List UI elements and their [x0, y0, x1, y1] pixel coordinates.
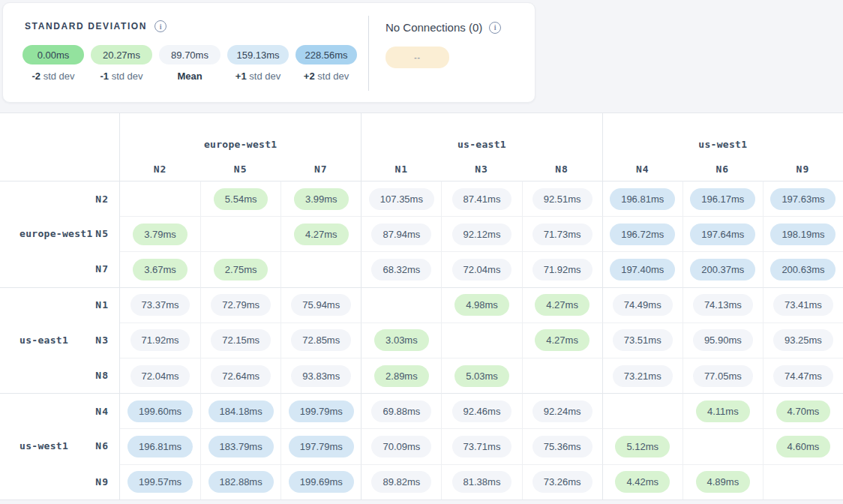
latency-pill[interactable]: 93.25ms — [773, 329, 833, 351]
latency-pill[interactable]: 95.90ms — [693, 329, 753, 351]
latency-pill[interactable]: 5.12ms — [615, 436, 670, 458]
latency-pill[interactable]: 92.12ms — [452, 224, 512, 245]
latency-cell: 197.79ms — [280, 428, 361, 464]
column-node-header-N5: N5 — [200, 157, 280, 181]
latency-pill[interactable]: 4.42ms — [615, 471, 670, 493]
latency-pill[interactable]: 77.05ms — [693, 365, 753, 387]
latency-pill[interactable]: 183.79ms — [208, 436, 274, 458]
latency-pill[interactable]: 92.24ms — [532, 400, 592, 422]
latency-pill[interactable]: 4.27ms — [294, 224, 349, 245]
latency-cell: 3.03ms — [361, 322, 441, 358]
column-node-header-N9: N9 — [763, 157, 843, 181]
latency-pill[interactable]: 2.75ms — [214, 259, 268, 280]
latency-pill[interactable]: 184.18ms — [208, 400, 274, 422]
latency-pill[interactable]: 73.71ms — [452, 436, 512, 458]
latency-pill[interactable]: 3.03ms — [374, 329, 429, 351]
latency-cell: 200.63ms — [763, 251, 843, 286]
latency-pill[interactable]: 199.60ms — [128, 400, 193, 422]
latency-pill[interactable]: 71.73ms — [532, 224, 592, 245]
latency-pill[interactable]: 72.64ms — [211, 365, 271, 387]
latency-pill[interactable]: 3.67ms — [133, 259, 188, 280]
latency-pill[interactable]: 75.36ms — [532, 436, 592, 458]
latency-pill[interactable]: 5.54ms — [214, 188, 268, 210]
latency-pill[interactable]: 87.94ms — [371, 224, 431, 245]
latency-cell: 73.71ms — [441, 428, 521, 464]
latency-pill[interactable]: 74.47ms — [773, 365, 833, 387]
latency-cell: 199.69ms — [280, 464, 361, 500]
latency-pill[interactable]: 196.81ms — [610, 188, 675, 210]
latency-pill[interactable]: 75.94ms — [291, 294, 351, 316]
latency-pill[interactable]: 199.79ms — [289, 400, 354, 422]
latency-pill[interactable]: 197.79ms — [289, 436, 354, 458]
info-icon[interactable]: i — [154, 20, 166, 32]
latency-pill[interactable]: 196.81ms — [128, 436, 193, 458]
latency-pill[interactable]: 200.37ms — [690, 259, 755, 280]
latency-cell: 92.12ms — [441, 216, 521, 251]
latency-pill[interactable]: 4.89ms — [696, 471, 751, 493]
column-node-header-N3: N3 — [441, 157, 521, 181]
latency-pill[interactable]: 182.88ms — [208, 471, 274, 493]
latency-pill[interactable]: 72.04ms — [130, 365, 190, 387]
latency-pill[interactable]: 92.51ms — [532, 188, 592, 210]
latency-pill[interactable]: 197.64ms — [690, 224, 755, 245]
latency-pill[interactable]: 89.82ms — [371, 471, 431, 493]
latency-pill[interactable]: 73.41ms — [773, 294, 833, 316]
row-label-cell: N4 — [0, 393, 120, 428]
latency-pill[interactable]: 87.41ms — [452, 188, 512, 210]
latency-cell: 92.46ms — [441, 393, 521, 428]
latency-pill[interactable]: 74.13ms — [693, 294, 753, 316]
latency-pill[interactable]: 81.38ms — [452, 471, 512, 493]
latency-pill[interactable]: 71.92ms — [532, 259, 592, 280]
latency-pill[interactable]: 197.63ms — [770, 188, 836, 210]
latency-cell: 4.89ms — [682, 464, 763, 500]
latency-pill[interactable]: 4.27ms — [535, 329, 590, 351]
latency-pill[interactable]: 4.11ms — [696, 400, 750, 422]
latency-cell: 92.24ms — [522, 393, 602, 428]
latency-pill[interactable]: 4.70ms — [776, 400, 831, 422]
latency-pill[interactable]: 73.26ms — [532, 471, 592, 493]
latency-pill[interactable]: 73.21ms — [613, 365, 673, 387]
latency-cell: 2.89ms — [361, 358, 441, 393]
latency-pill[interactable]: 107.35ms — [369, 188, 434, 210]
latency-pill[interactable]: 196.72ms — [610, 224, 675, 245]
latency-pill[interactable]: 72.85ms — [291, 329, 351, 351]
latency-pill[interactable]: 68.32ms — [371, 259, 431, 280]
latency-cell-empty — [602, 393, 682, 428]
latency-pill[interactable]: 69.88ms — [371, 400, 431, 422]
latency-pill[interactable]: 4.27ms — [535, 294, 590, 316]
latency-pill[interactable]: 3.99ms — [294, 188, 349, 210]
latency-pill[interactable]: 92.46ms — [452, 400, 512, 422]
latency-pill[interactable]: 4.60ms — [776, 436, 831, 458]
latency-pill[interactable]: 199.57ms — [128, 471, 193, 493]
latency-pill[interactable]: 198.19ms — [770, 224, 836, 245]
latency-pill[interactable]: 2.89ms — [374, 365, 429, 387]
latency-pill[interactable]: 73.51ms — [613, 329, 673, 351]
latency-cell: 72.79ms — [200, 287, 280, 322]
latency-cell-empty — [280, 251, 361, 286]
latency-pill[interactable]: 3.79ms — [133, 224, 188, 245]
latency-pill[interactable]: 72.04ms — [452, 259, 512, 280]
latency-pill[interactable]: 73.37ms — [130, 294, 190, 316]
row-node-label: N9 — [95, 476, 109, 488]
latency-pill[interactable]: 93.83ms — [291, 365, 351, 387]
latency-cell-empty — [120, 181, 200, 216]
latency-pill[interactable]: 196.17ms — [690, 188, 755, 210]
latency-pill[interactable]: 72.15ms — [211, 329, 271, 351]
latency-cell: 200.37ms — [682, 251, 763, 286]
latency-pill[interactable]: 74.49ms — [613, 294, 673, 316]
row-label-cell: europe-west1N5 — [0, 216, 120, 251]
latency-cell: 197.63ms — [763, 181, 843, 216]
latency-pill[interactable]: 4.98ms — [454, 294, 509, 316]
info-icon[interactable]: i — [489, 22, 501, 34]
latency-pill[interactable]: 72.79ms — [211, 294, 271, 316]
latency-cell: 107.35ms — [361, 181, 441, 216]
latency-pill[interactable]: 197.40ms — [610, 259, 675, 280]
row-node-label: N6 — [95, 440, 109, 452]
latency-pill[interactable]: 71.92ms — [130, 329, 190, 351]
latency-cell: 93.83ms — [280, 358, 361, 393]
latency-pill[interactable]: 200.63ms — [770, 259, 836, 280]
latency-pill[interactable]: 70.09ms — [371, 436, 431, 458]
latency-cell: 199.57ms — [120, 464, 200, 500]
latency-pill[interactable]: 199.69ms — [289, 471, 354, 493]
latency-pill[interactable]: 5.03ms — [454, 365, 509, 387]
